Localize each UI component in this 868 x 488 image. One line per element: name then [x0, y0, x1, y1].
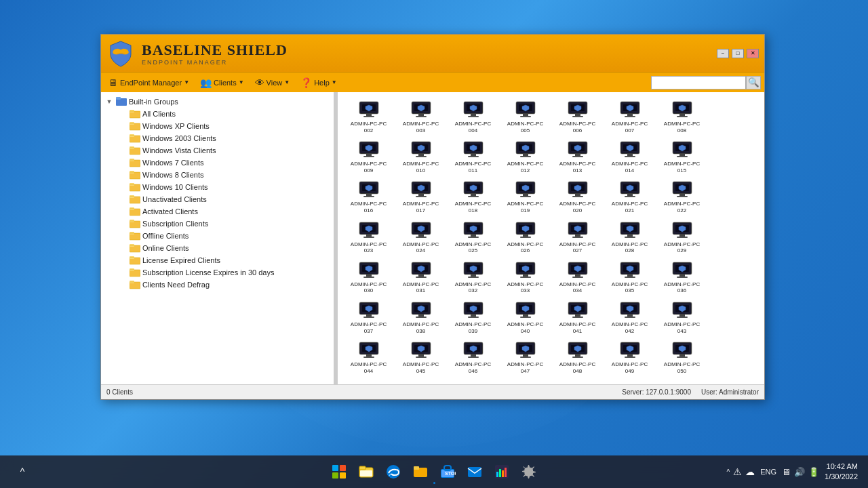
sidebar-item-11[interactable]: ▶ Online Clients [115, 242, 334, 254]
client-item-13[interactable]: ADMIN-PC-PC015 [656, 138, 707, 176]
client-item-38[interactable]: ADMIN-PC-PC040 [500, 298, 551, 337]
client-item-14[interactable]: ADMIN-PC-PC016 [343, 178, 394, 216]
svg-rect-263 [363, 317, 374, 318]
sidebar[interactable]: ▼ Built-in Groups ▶ All Clients [101, 92, 335, 384]
close-button[interactable]: ✕ [747, 49, 759, 58]
client-item-28[interactable]: ADMIN-PC-PC030 [343, 258, 394, 297]
client-item-17[interactable]: ADMIN-PC-PC019 [500, 178, 551, 216]
client-item-18[interactable]: ADMIN-PC-PC020 [552, 178, 603, 216]
client-item-39[interactable]: ADMIN-PC-PC041 [552, 298, 603, 337]
sidebar-item-5[interactable]: ▶ Windows 8 Clients [115, 169, 334, 181]
client-item-35[interactable]: ADMIN-PC-PC037 [343, 298, 394, 337]
tree-expand-root[interactable]: ▼ [104, 97, 114, 106]
client-item-21[interactable]: ADMIN-PC-PC023 [343, 218, 394, 257]
client-item-46[interactable]: ADMIN-PC-PC048 [552, 338, 603, 377]
client-item-7[interactable]: ADMIN-PC-PC009 [343, 138, 394, 176]
sidebar-item-7[interactable]: ▶ Unactivated Clients [115, 193, 334, 205]
chevron-up-icon[interactable]: ^ [10, 460, 35, 484]
client-item-33[interactable]: ADMIN-PC-PC035 [604, 258, 655, 297]
client-item-0[interactable]: ADMIN-PC-PC002 [343, 98, 394, 136]
sidebar-item-4[interactable]: ▶ Windows 7 Clients [115, 157, 334, 169]
client-name-36: ADMIN-PC-PC038 [403, 321, 439, 334]
client-item-22[interactable]: ADMIN-PC-PC024 [395, 218, 446, 257]
client-item-10[interactable]: ADMIN-PC-PC012 [500, 138, 551, 176]
client-item-11[interactable]: ADMIN-PC-PC013 [552, 138, 603, 176]
view-dropdown-icon: ▼ [284, 79, 290, 85]
file-explorer-icon[interactable] [354, 460, 378, 484]
client-item-3[interactable]: ADMIN-PC-PC005 [500, 98, 551, 136]
task-app-icon[interactable] [490, 460, 514, 484]
maximize-button[interactable]: □ [732, 49, 744, 58]
client-item-25[interactable]: ADMIN-PC-PC027 [552, 218, 603, 257]
settings-icon[interactable] [517, 460, 541, 484]
file-manager-icon[interactable] [408, 460, 433, 484]
tree-root[interactable]: ▼ Built-in Groups [101, 96, 334, 108]
edge-browser-icon[interactable] [381, 460, 406, 484]
client-item-42[interactable]: ADMIN-PC-PC044 [343, 338, 394, 377]
client-item-44[interactable]: ADMIN-PC-PC046 [448, 338, 498, 377]
client-item-31[interactable]: ADMIN-PC-PC033 [500, 258, 551, 297]
view-menu[interactable]: 👁 View ▼ [251, 76, 294, 89]
clients-menu[interactable]: 👥 Clients ▼ [196, 76, 248, 89]
sidebar-item-8[interactable]: ▶ Activated Clients [115, 205, 334, 218]
client-item-16[interactable]: ADMIN-PC-PC018 [448, 178, 498, 216]
client-item-43[interactable]: ADMIN-PC-PC045 [395, 338, 446, 377]
client-name-39: ADMIN-PC-PC041 [559, 321, 595, 334]
sidebar-item-3[interactable]: ▶ Windows Vista Clients [115, 144, 334, 157]
client-item-40[interactable]: ADMIN-PC-PC042 [604, 298, 655, 337]
client-item-29[interactable]: ADMIN-PC-PC031 [395, 258, 446, 297]
client-item-34[interactable]: ADMIN-PC-PC036 [656, 258, 707, 297]
search-input[interactable] [651, 76, 746, 89]
start-button[interactable] [327, 460, 351, 484]
sidebar-item-9[interactable]: ▶ Subscription Clients [115, 218, 334, 230]
sidebar-item-1[interactable]: ▶ Windows XP Clients [115, 120, 334, 132]
client-item-26[interactable]: ADMIN-PC-PC028 [604, 218, 655, 257]
sidebar-item-6[interactable]: ▶ Windows 10 Clients [115, 181, 334, 193]
client-name-27: ADMIN-PC-PC029 [664, 241, 700, 254]
sidebar-item-10[interactable]: ▶ Offline Clients [115, 230, 334, 242]
client-item-6[interactable]: ADMIN-PC-PC008 [656, 98, 707, 136]
client-item-15[interactable]: ADMIN-PC-PC017 [395, 178, 446, 216]
client-item-27[interactable]: ADMIN-PC-PC029 [656, 218, 707, 257]
client-item-23[interactable]: ADMIN-PC-PC025 [448, 218, 498, 257]
volume-icon[interactable]: 🔊 [794, 467, 805, 477]
minimize-button[interactable]: − [717, 49, 729, 58]
client-item-36[interactable]: ADMIN-PC-PC038 [395, 298, 446, 337]
folder-icon-1 [130, 121, 140, 131]
client-item-37[interactable]: ADMIN-PC-PC039 [448, 298, 498, 337]
client-item-30[interactable]: ADMIN-PC-PC032 [448, 258, 498, 297]
client-item-4[interactable]: ADMIN-PC-PC006 [552, 98, 603, 136]
client-item-24[interactable]: ADMIN-PC-PC026 [500, 218, 551, 257]
client-item-8[interactable]: ADMIN-PC-PC010 [395, 138, 446, 176]
microsoft-store-icon[interactable]: STORE [435, 460, 460, 484]
search-button[interactable]: 🔍 [746, 76, 761, 89]
svg-rect-191 [468, 237, 479, 238]
client-item-48[interactable]: ADMIN-PC-PC050 [656, 338, 707, 377]
client-name-19: ADMIN-PC-PC021 [612, 201, 648, 214]
client-item-41[interactable]: ADMIN-PC-PC043 [656, 298, 707, 337]
help-menu[interactable]: ❓ Help ▼ [296, 76, 341, 89]
client-item-2[interactable]: ADMIN-PC-PC004 [448, 98, 498, 136]
client-item-12[interactable]: ADMIN-PC-PC014 [604, 138, 655, 176]
folder-icon-5 [130, 170, 140, 180]
client-item-5[interactable]: ADMIN-PC-PC007 [604, 98, 655, 136]
client-item-45[interactable]: ADMIN-PC-PC047 [500, 338, 551, 377]
sidebar-item-14[interactable]: ▶ Clients Need Defrag [115, 279, 334, 291]
sidebar-item-label-1: Windows XP Clients [142, 122, 210, 130]
client-grid[interactable]: ADMIN-PC-PC002 ADMIN-PC-PC003 ADMIN-PC-P [338, 92, 764, 384]
endpoint-manager-menu[interactable]: 🖥 EndPoint Manager ▼ [104, 76, 193, 89]
chevron-up-tray[interactable]: ^ [727, 468, 730, 476]
client-item-47[interactable]: ADMIN-PC-PC049 [604, 338, 655, 377]
mail-icon[interactable] [462, 460, 487, 484]
sidebar-item-12[interactable]: ▶ License Expired Clients [115, 254, 334, 266]
clock[interactable]: 10:42 AM 1/30/2022 [825, 462, 858, 483]
client-item-20[interactable]: ADMIN-PC-PC022 [656, 178, 707, 216]
client-item-9[interactable]: ADMIN-PC-PC011 [448, 138, 498, 176]
sidebar-item-13[interactable]: ▶ Subscription License Expires in 30 day… [115, 266, 334, 279]
sidebar-item-0[interactable]: ▶ All Clients [115, 108, 334, 120]
client-item-1[interactable]: ADMIN-PC-PC003 [395, 98, 446, 136]
client-item-19[interactable]: ADMIN-PC-PC021 [604, 178, 655, 216]
client-item-32[interactable]: ADMIN-PC-PC034 [552, 258, 603, 297]
lang-indicator[interactable]: ENG [760, 468, 776, 476]
sidebar-item-2[interactable]: ▶ Windows 2003 Clients [115, 132, 334, 144]
